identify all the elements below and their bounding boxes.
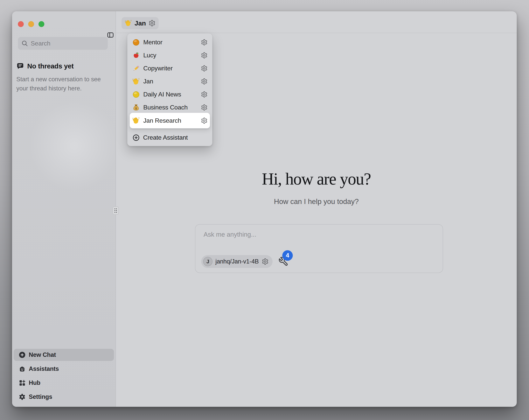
wave-icon bbox=[125, 19, 132, 27]
gear-icon[interactable] bbox=[201, 117, 208, 124]
chat-bubble-icon bbox=[16, 62, 24, 70]
search-box[interactable] bbox=[18, 37, 108, 50]
threads-empty-description: Start a new conversation to see your thr… bbox=[16, 75, 102, 93]
desktop: { "colors": { "traffic_red": "#e8655b", … bbox=[0, 0, 529, 420]
gear-icon[interactable] bbox=[201, 78, 208, 85]
hub-grid-icon bbox=[18, 379, 26, 387]
main-header: Jan bbox=[116, 11, 517, 33]
circle-plus-icon bbox=[132, 134, 140, 141]
menu-item-copywriter[interactable]: Copywriter bbox=[130, 62, 210, 75]
menu-separator bbox=[130, 129, 209, 129]
greeting-title: Hi, how are you? bbox=[116, 169, 517, 189]
orange-circle-icon bbox=[132, 39, 140, 46]
menu-item-label: Lucy bbox=[143, 52, 198, 59]
assistant-dropdown-menu: Mentor Lucy Copywriter Jan Daily AI News… bbox=[127, 33, 212, 146]
model-selector-button[interactable]: J janhq/Jan-v1-4B bbox=[201, 255, 273, 268]
close-window-button[interactable] bbox=[18, 21, 24, 27]
menu-item-label: Jan Research bbox=[143, 117, 198, 124]
gear-icon[interactable] bbox=[201, 52, 208, 59]
plus-circle-solid-icon bbox=[18, 351, 26, 359]
tools-button[interactable]: 4 bbox=[278, 257, 289, 267]
svg-text:$: $ bbox=[135, 107, 137, 110]
sidebar-toggle-icon[interactable] bbox=[107, 31, 114, 39]
sidebar-nav: New Chat Assistants Hub Settings bbox=[13, 347, 114, 403]
gear-icon[interactable] bbox=[148, 20, 156, 27]
gear-icon[interactable] bbox=[201, 39, 208, 46]
search-input[interactable] bbox=[31, 40, 112, 47]
wave-icon bbox=[132, 117, 140, 124]
sidebar-item-hub[interactable]: Hub bbox=[13, 377, 114, 389]
sidebar-item-settings[interactable]: Settings bbox=[13, 391, 114, 403]
create-assistant-label: Create Assistant bbox=[143, 134, 188, 141]
menu-item-label: Mentor bbox=[143, 39, 198, 46]
composer-toolbar: J janhq/Jan-v1-4B 4 bbox=[201, 255, 289, 268]
sidebar-item-label: Assistants bbox=[29, 365, 59, 372]
assistant-name: Jan bbox=[134, 19, 146, 27]
menu-item-label: Jan bbox=[143, 78, 198, 85]
tools-count-badge: 4 bbox=[282, 250, 293, 261]
minimize-window-button[interactable] bbox=[28, 21, 34, 27]
pencil-icon bbox=[132, 65, 140, 72]
model-name: janhq/Jan-v1-4B bbox=[215, 258, 259, 265]
menu-item-label: Business Coach bbox=[143, 104, 198, 111]
gear-icon[interactable] bbox=[201, 91, 208, 98]
app-window: No threads yet Start a new conversation … bbox=[12, 11, 517, 407]
menu-item-label: Copywriter bbox=[143, 65, 198, 72]
threads-empty-state: No threads yet Start a new conversation … bbox=[16, 62, 108, 93]
chat-composer: J janhq/Jan-v1-4B 4 bbox=[195, 224, 443, 273]
gear-icon[interactable] bbox=[262, 258, 269, 265]
gear-icon[interactable] bbox=[201, 104, 208, 111]
sidebar-item-assistants[interactable]: Assistants bbox=[13, 363, 114, 375]
sidebar-item-label: Settings bbox=[29, 393, 52, 400]
zoom-window-button[interactable] bbox=[39, 21, 44, 27]
menu-item-label: Daily AI News bbox=[143, 91, 198, 98]
sidebar-item-label: Hub bbox=[29, 379, 40, 386]
search-icon bbox=[21, 40, 28, 47]
apple-icon bbox=[132, 52, 140, 59]
yellow-circle-icon bbox=[132, 91, 140, 98]
assistant-selector-button[interactable]: Jan bbox=[121, 17, 159, 29]
menu-item-mentor[interactable]: Mentor bbox=[130, 36, 210, 49]
gear-icon[interactable] bbox=[201, 65, 208, 72]
create-assistant-button[interactable]: Create Assistant bbox=[130, 131, 210, 144]
chat-input[interactable] bbox=[204, 231, 435, 243]
moneybag-icon: $ bbox=[132, 104, 140, 111]
model-avatar: J bbox=[203, 257, 212, 266]
greeting-subtitle: How can I help you today? bbox=[116, 198, 517, 206]
assistant-robot-icon bbox=[18, 365, 26, 373]
sidebar: No threads yet Start a new conversation … bbox=[12, 11, 116, 407]
sidebar-item-label: New Chat bbox=[29, 351, 56, 358]
menu-item-lucy[interactable]: Lucy bbox=[130, 49, 210, 62]
greeting-block: Hi, how are you? How can I help you toda… bbox=[116, 169, 517, 206]
wave-icon bbox=[132, 78, 140, 85]
window-controls bbox=[18, 21, 44, 27]
menu-item-jan-research[interactable]: Jan Research bbox=[130, 113, 210, 128]
menu-item-daily-ai-news[interactable]: Daily AI News bbox=[130, 88, 210, 101]
threads-empty-title: No threads yet bbox=[27, 62, 74, 70]
menu-item-jan[interactable]: Jan bbox=[130, 75, 210, 88]
sidebar-item-new-chat[interactable]: New Chat bbox=[13, 349, 114, 361]
menu-item-business-coach[interactable]: $ Business Coach bbox=[130, 101, 210, 114]
gear-solid-icon bbox=[18, 393, 26, 401]
